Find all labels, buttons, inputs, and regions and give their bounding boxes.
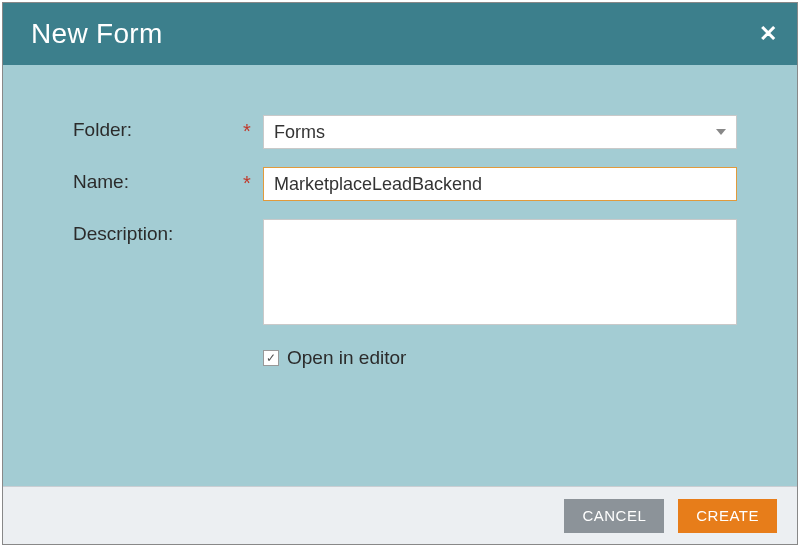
folder-row: Folder: * Forms [73, 115, 737, 149]
description-label: Description: [73, 219, 243, 245]
dialog-body: Folder: * Forms Name: * Description: [3, 65, 797, 486]
folder-label: Folder: [73, 115, 243, 141]
required-indicator: * [243, 167, 263, 193]
folder-select[interactable]: Forms [263, 115, 737, 149]
dialog-titlebar: New Form ✕ [3, 3, 797, 65]
create-button[interactable]: CREATE [678, 499, 777, 533]
description-textarea[interactable] [263, 219, 737, 325]
name-label: Name: [73, 167, 243, 193]
open-in-editor-row: ✓ Open in editor [263, 347, 737, 369]
cancel-button[interactable]: CANCEL [564, 499, 664, 533]
name-row: Name: * [73, 167, 737, 201]
folder-select-value: Forms [274, 122, 325, 143]
dialog-footer: CANCEL CREATE [3, 486, 797, 544]
chevron-down-icon [716, 129, 726, 135]
close-icon[interactable]: ✕ [759, 23, 777, 45]
open-in-editor-label: Open in editor [287, 347, 406, 369]
dialog-title: New Form [31, 18, 163, 50]
open-in-editor-checkbox[interactable]: ✓ [263, 350, 279, 366]
description-row: Description: [73, 219, 737, 329]
new-form-dialog: New Form ✕ Folder: * Forms Name: * Descr… [2, 2, 798, 545]
name-input[interactable] [263, 167, 737, 201]
required-indicator: * [243, 115, 263, 141]
